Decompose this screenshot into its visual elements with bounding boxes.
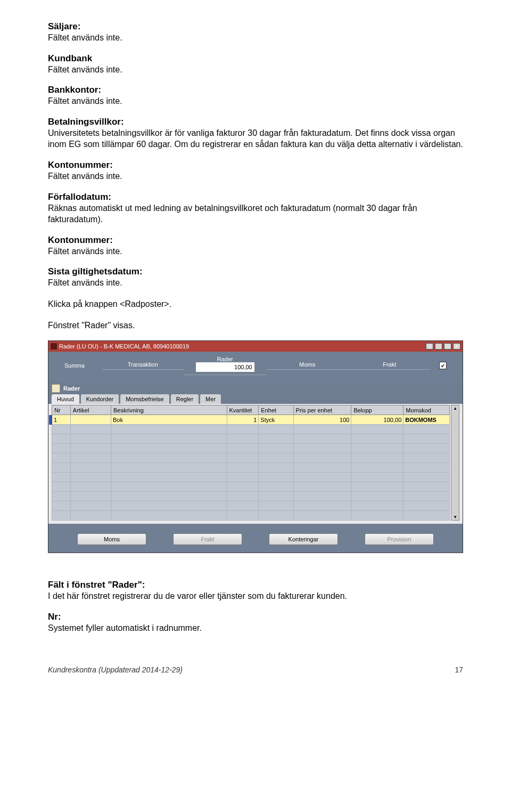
body: Systemet fyller automatiskt i radnummer.: [48, 622, 463, 634]
col-pris[interactable]: Pris per enhet: [293, 405, 351, 415]
button-row: Moms Frakt Konteringar Provision: [48, 524, 463, 553]
konteringar-button[interactable]: Konteringar: [269, 533, 338, 545]
def-falt-i-fonstret: Fält i fönstret "Rader": I det här fönst…: [48, 580, 463, 602]
heading: Kundbank: [48, 53, 463, 64]
col-artikel[interactable]: Artikel: [70, 405, 111, 415]
table-row[interactable]: [52, 473, 450, 482]
summary-value[interactable]: 100,00: [196, 362, 254, 372]
summary-col-transaktion: Transaktion: [102, 361, 184, 370]
def-kundbank: Kundbank Fältet används inte.: [48, 53, 463, 76]
heading: Kontonummer:: [48, 235, 463, 246]
tab-momsbefrielse[interactable]: Momsbefrielse: [120, 394, 169, 404]
frakt-button[interactable]: Frakt: [173, 533, 242, 545]
cell-artikel[interactable]: [70, 415, 111, 425]
col-beskrivning[interactable]: Beskrivning: [111, 405, 227, 415]
tab-huvud[interactable]: Huvud: [52, 394, 79, 404]
table-row[interactable]: 1 Bok 1 Styck 100 100,00 BOKMOMS: [52, 415, 450, 425]
table-row[interactable]: [52, 482, 450, 492]
table-row[interactable]: [52, 453, 450, 463]
window-controls: ? _ □ ×: [426, 343, 460, 350]
summary-label: Summa: [64, 362, 102, 369]
row-indicator-icon: [49, 415, 52, 425]
body: Räknas automatiskt ut med ledning av bet…: [48, 202, 463, 225]
heading: Förfallodatum:: [48, 192, 463, 202]
moms-button[interactable]: Moms: [77, 533, 146, 545]
cell-enhet[interactable]: Styck: [259, 415, 293, 425]
panel-label: Rader: [63, 385, 80, 392]
help-icon[interactable]: ?: [426, 343, 433, 350]
body: Fältet används inte.: [48, 32, 463, 44]
body: Fältet används inte.: [48, 170, 463, 182]
def-betalningsvillkor: Betalningsvillkor: Universitetets betaln…: [48, 117, 463, 150]
body: Fältet används inte.: [48, 64, 463, 76]
cell-momskod[interactable]: BOKMOMS: [403, 415, 450, 425]
body: Fältet används inte.: [48, 277, 463, 289]
window-title: Rader (LU OU) - B-K MEDICAL AB, 80940100…: [51, 343, 189, 350]
scroll-down-icon[interactable]: ▼: [453, 515, 457, 519]
cell-nr[interactable]: 1: [54, 417, 57, 423]
minimize-icon[interactable]: _: [435, 343, 442, 350]
cell-pris[interactable]: 100: [293, 415, 351, 425]
tab-kundorder[interactable]: Kundorder: [81, 394, 119, 404]
panel-header: Rader: [48, 383, 463, 394]
heading: Kontonummer:: [48, 160, 463, 170]
def-kontonummer-1: Kontonummer: Fältet används inte.: [48, 160, 463, 182]
tab-bar: Huvud Kundorder Momsbefrielse Regler Mer: [48, 394, 463, 404]
heading: Fält i fönstret "Rader":: [48, 580, 463, 590]
heading: Betalningsvillkor:: [48, 117, 463, 127]
summary-row: Summa Transaktion Rader 100,00 Moms Frak…: [48, 352, 463, 383]
table-row[interactable]: [52, 444, 450, 453]
def-kontonummer-2: Kontonummer: Fältet används inte.: [48, 235, 463, 257]
body: I det här fönstret registrerar du de var…: [48, 590, 463, 602]
window-title-text: Rader (LU OU) - B-K MEDICAL AB, 80940100…: [59, 343, 189, 350]
after-screenshot: Fält i fönstret "Rader": I det här fönst…: [48, 580, 463, 634]
window-titlebar: Rader (LU OU) - B-K MEDICAL AB, 80940100…: [48, 341, 463, 352]
heading: Säljare:: [48, 21, 463, 32]
summary-col-rader: Rader 100,00: [184, 356, 267, 375]
grid-header-row: Nr Artikel Beskrivning Kvantitet Enhet P…: [52, 405, 450, 415]
table-row[interactable]: [52, 501, 450, 511]
def-bankkontor: Bankkontor: Fältet används inte.: [48, 85, 463, 107]
tab-mer[interactable]: Mer: [200, 394, 221, 404]
table-row[interactable]: [52, 425, 450, 434]
def-nr: Nr: Systemet fyller automatiskt i radnum…: [48, 612, 463, 634]
panel-icon: [52, 384, 60, 393]
cell-kvantitet[interactable]: 1: [227, 415, 259, 425]
col-belopp[interactable]: Belopp: [351, 405, 403, 415]
app-icon: [51, 343, 57, 350]
heading: Sista giltighetsdatum:: [48, 266, 463, 277]
page-footer: Kundreskontra (Uppdaterad 2014-12-29) 17: [48, 665, 463, 674]
table-row[interactable]: [52, 492, 450, 501]
def-forfallodatum: Förfallodatum: Räknas automatiskt ut med…: [48, 192, 463, 225]
summary-col-moms: Moms: [266, 361, 349, 370]
heading: Bankkontor:: [48, 85, 463, 95]
close-icon[interactable]: ×: [453, 343, 460, 350]
def-sista-giltighetsdatum: Sista giltighetsdatum: Fältet används in…: [48, 266, 463, 289]
footer-left: Kundreskontra (Uppdaterad 2014-12-29): [48, 665, 183, 674]
definitions: Säljare: Fältet används inte. Kundbank F…: [48, 21, 463, 289]
table-row[interactable]: [52, 511, 450, 521]
summary-checkbox[interactable]: ✔: [439, 362, 447, 369]
cell-beskrivning[interactable]: Bok: [111, 415, 227, 425]
data-grid[interactable]: Nr Artikel Beskrivning Kvantitet Enhet P…: [52, 405, 450, 521]
col-nr[interactable]: Nr: [52, 405, 71, 415]
col-kvantitet[interactable]: Kvantitet: [227, 405, 259, 415]
col-momskod[interactable]: Momskod: [403, 405, 450, 415]
provision-button[interactable]: Provision: [365, 533, 434, 545]
grid-area: Nr Artikel Beskrivning Kvantitet Enhet P…: [48, 404, 463, 524]
table-row[interactable]: [52, 434, 450, 444]
cell-belopp[interactable]: 100,00: [351, 415, 403, 425]
body: Fältet används inte.: [48, 95, 463, 107]
table-row[interactable]: [52, 463, 450, 473]
scroll-up-icon[interactable]: ▲: [453, 406, 457, 411]
summary-col-frakt: Frakt: [349, 361, 431, 370]
instruction-click: Klicka på knappen <Radposter>.: [48, 298, 463, 310]
app-screenshot: Rader (LU OU) - B-K MEDICAL AB, 80940100…: [48, 340, 463, 553]
maximize-icon[interactable]: □: [444, 343, 451, 350]
col-enhet[interactable]: Enhet: [259, 405, 293, 415]
page-number: 17: [455, 665, 463, 674]
grid-scrollbar[interactable]: ▲ ▼: [451, 405, 459, 521]
def-saljare: Säljare: Fältet används inte.: [48, 21, 463, 44]
instruction-window: Fönstret "Rader" visas.: [48, 320, 463, 331]
tab-regler[interactable]: Regler: [171, 394, 199, 404]
